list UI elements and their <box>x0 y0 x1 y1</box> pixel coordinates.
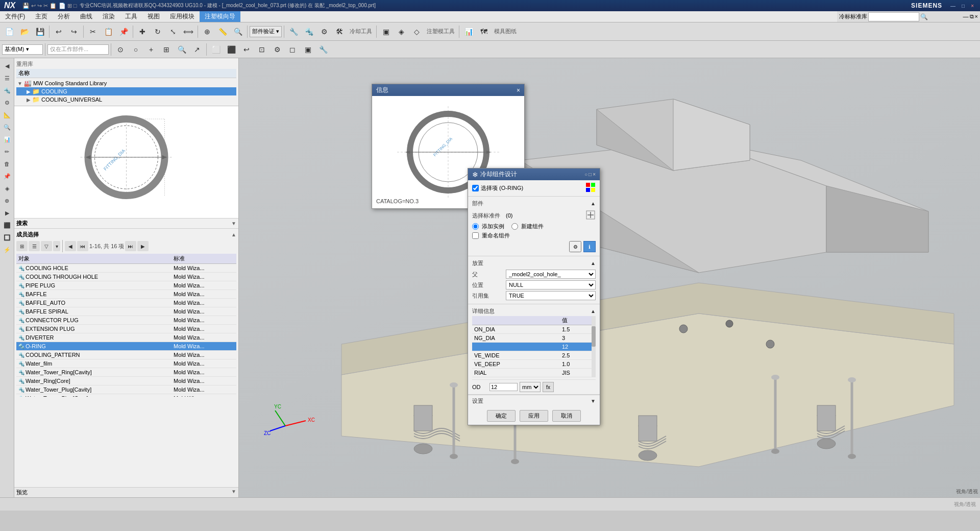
left-icon-14[interactable]: 🔲 <box>2 232 13 243</box>
member-list-item[interactable]: 🔩CONNECTOR PLUGMold Wiza... <box>16 316 236 325</box>
member-list-item[interactable]: 🔩EXTENSION PLUGMold Wiza... <box>16 325 236 333</box>
library-search-input[interactable] <box>868 12 919 21</box>
tb-cooling3[interactable]: ⚙ <box>317 25 331 39</box>
left-icon-5[interactable]: 🔍 <box>2 122 13 133</box>
param-row[interactable]: ON_DIA1.5 <box>472 325 596 334</box>
titlebar-minimize[interactable]: — <box>948 3 958 9</box>
param-row[interactable]: NG_DIA3 <box>472 334 596 343</box>
member-collapse[interactable]: ▲ <box>231 232 236 237</box>
menu-render[interactable]: 渲染 <box>97 11 120 22</box>
member-first[interactable]: ⏮ <box>77 241 88 251</box>
member-list-item[interactable]: 🔩BAFFLE_AUTOMold Wiza... <box>16 299 236 307</box>
refset-select[interactable]: TRUE <box>506 291 596 300</box>
left-icon-1[interactable]: ☰ <box>2 73 13 84</box>
cooling-max-btn[interactable]: □ <box>589 172 592 177</box>
titlebar-close[interactable]: × <box>969 3 976 9</box>
selection-filter-dropdown[interactable]: 基准(M) ▾ <box>2 44 43 55</box>
tb-cut[interactable]: ✂ <box>86 25 100 39</box>
radio-new-component[interactable] <box>511 223 518 230</box>
tb-mold1[interactable]: ▣ <box>379 25 393 39</box>
tb-r2-13[interactable]: ▣ <box>301 42 315 57</box>
menu-view[interactable]: 视图 <box>142 11 165 22</box>
member-list-item[interactable]: 🔩DIVERTERMold Wiza... <box>16 333 236 342</box>
member-next-page[interactable]: ▶ <box>137 241 149 251</box>
od-input[interactable] <box>489 383 518 391</box>
member-list-item[interactable]: 🔩BAFFLE SPIRALMold Wiza... <box>16 307 236 316</box>
apply-button[interactable]: 应用 <box>520 410 548 422</box>
cooling-close-btn[interactable]: × <box>593 172 596 177</box>
member-prev-page[interactable]: ◀ <box>65 241 76 251</box>
member-grid-btn[interactable]: ⊞ <box>16 241 28 251</box>
menu-file[interactable]: 文件(F) <box>0 11 30 22</box>
tb-r2-8[interactable]: ⬛ <box>224 42 238 57</box>
member-list-item[interactable]: 🔩Water_Tower_Plug[Core]Mold Wiza... <box>16 394 236 397</box>
member-list-item[interactable]: 🔩COOLING_PATTERNMold Wiza... <box>16 351 236 359</box>
tb-r2-7[interactable]: ⬜ <box>209 42 223 57</box>
od-unit-select[interactable]: mm <box>520 382 541 392</box>
tb-copy[interactable]: 📋 <box>101 25 115 39</box>
member-list-item[interactable]: 🔩Water_filmMold Wiza... <box>16 359 236 368</box>
left-icon-12[interactable]: ▶ <box>2 207 13 219</box>
od-formula-btn[interactable]: fx <box>543 382 554 392</box>
part-validation-dropdown[interactable]: 部件验证 ▾ <box>250 26 282 37</box>
radio-add-instance[interactable] <box>472 223 479 230</box>
titlebar-maximize[interactable]: □ <box>960 3 967 9</box>
member-last[interactable]: ⏭ <box>125 241 136 251</box>
oring-checkbox[interactable] <box>472 185 479 191</box>
member-list-item[interactable]: 🔩O-RINGMold Wiza... <box>16 342 236 351</box>
tb-scale[interactable]: ⤡ <box>166 25 180 39</box>
tb-r2-14[interactable]: 🔧 <box>316 42 330 57</box>
tb-r2-3[interactable]: + <box>144 42 158 57</box>
member-list-item[interactable]: 🔩COOLING HOLEMold Wiza... <box>16 264 236 273</box>
tb-open[interactable]: 📂 <box>17 25 32 39</box>
parent-select[interactable]: _model2_cool_hole_ <box>506 270 596 279</box>
tb-r2-12[interactable]: ◻ <box>285 42 300 57</box>
left-icon-4[interactable]: 📐 <box>2 109 13 120</box>
cancel-button[interactable]: 取消 <box>552 410 581 422</box>
current-workpart-field[interactable]: 仅在工作部件... <box>47 44 109 55</box>
tb-redo[interactable]: ↪ <box>67 25 81 39</box>
tb-cooling2[interactable]: 🔩 <box>302 25 316 39</box>
left-icon-15[interactable]: ⚡ <box>2 244 13 255</box>
left-icon-9[interactable]: 📌 <box>2 171 13 182</box>
info-close-btn[interactable]: × <box>517 87 520 94</box>
menu-tools[interactable]: 工具 <box>120 11 142 22</box>
tb-measure[interactable]: 📏 <box>215 25 230 39</box>
menu-analysis[interactable]: 分析 <box>53 11 75 22</box>
menu-modules[interactable]: 应用模块 <box>165 11 200 22</box>
tree-row-mw[interactable]: ▼ 🏭 MW Cooling Standard Library <box>16 79 236 87</box>
left-icon-13[interactable]: ⬛ <box>2 220 13 231</box>
settings-expand[interactable]: ▼ <box>591 398 596 404</box>
parts-expand[interactable]: ▲ <box>591 201 596 206</box>
member-list-item[interactable]: 🔩COOLING THROUGH HOLEMold Wiza... <box>16 273 236 281</box>
rename-checkbox[interactable] <box>472 232 479 239</box>
ok-button[interactable]: 确定 <box>487 410 516 422</box>
menu-mold-wizard[interactable]: 注塑模向导 <box>200 11 240 22</box>
search-collapse[interactable]: ▼ <box>231 221 236 226</box>
left-icon-7[interactable]: ✏ <box>2 146 13 157</box>
tb-paste[interactable]: 📌 <box>116 25 131 39</box>
tb-mold2[interactable]: ◈ <box>394 25 408 39</box>
menu-curve[interactable]: 曲线 <box>75 11 97 22</box>
lib-close[interactable]: × <box>975 13 978 20</box>
tb-cooling4[interactable]: 🛠 <box>332 25 347 39</box>
library-search-btn[interactable]: 🔍 <box>920 13 928 20</box>
member-filter-btn[interactable]: ▽ <box>41 241 52 251</box>
member-list-item[interactable]: 🔩Water_Tower_Ring[Cavity]Mold Wiza... <box>16 368 236 377</box>
tb-rotate[interactable]: ↻ <box>151 25 165 39</box>
left-icon-11[interactable]: ⊕ <box>2 195 13 206</box>
tb-diagram2[interactable]: 🗺 <box>477 25 491 39</box>
param-row[interactable]: VE_DEEP1.0 <box>472 360 596 369</box>
tb-cooling1[interactable]: 🔧 <box>286 25 301 39</box>
tb-undo[interactable]: ↩ <box>52 25 66 39</box>
tb-mold3[interactable]: ◇ <box>409 25 424 39</box>
left-icon-2[interactable]: 🔩 <box>2 85 13 96</box>
part-info-btn[interactable]: ℹ <box>583 241 596 252</box>
tb-r2-9[interactable]: ↩ <box>239 42 254 57</box>
tb-r2-5[interactable]: 🔍 <box>175 42 189 57</box>
left-icon-10[interactable]: ◈ <box>2 183 13 194</box>
member-list-btn[interactable]: ☰ <box>29 241 40 251</box>
tb-new[interactable]: 📄 <box>2 25 16 39</box>
detail-expand[interactable]: ▲ <box>591 308 596 314</box>
menu-home[interactable]: 主页 <box>30 11 53 22</box>
